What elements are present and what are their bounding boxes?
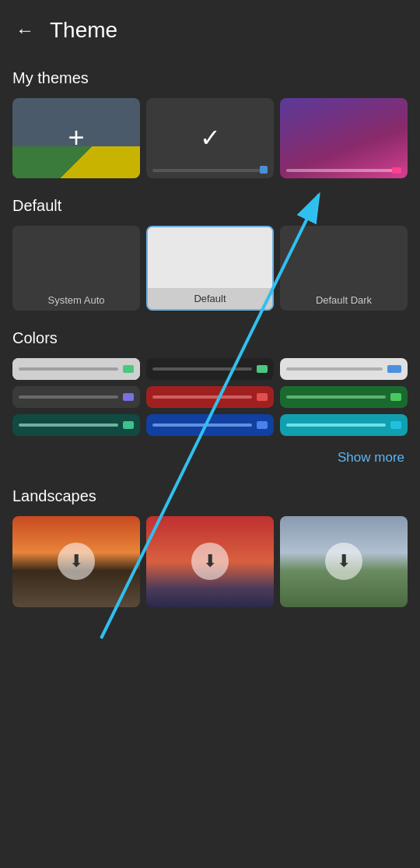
color-card-6[interactable]: [280, 386, 408, 408]
system-auto-card[interactable]: System Auto: [12, 226, 140, 311]
download-icon-2: ⬇: [203, 551, 217, 571]
default-label: Default: [148, 288, 272, 309]
check-bar: [152, 169, 268, 172]
add-icon: +: [68, 121, 84, 154]
back-button[interactable]: ←: [16, 19, 34, 41]
landscape-card-2[interactable]: ⬇: [146, 516, 274, 607]
default-dark-label: Default Dark: [280, 290, 408, 311]
check-dot: [260, 166, 268, 174]
my-themes-label: My themes: [0, 60, 420, 95]
show-more-button[interactable]: Show more: [338, 450, 404, 466]
gradient-theme-card[interactable]: [280, 98, 408, 178]
header: ← Theme: [0, 0, 420, 60]
download-button-1[interactable]: ⬇: [58, 543, 95, 580]
download-icon-3: ⬇: [337, 551, 351, 571]
check-icon: ✓: [200, 123, 221, 153]
download-button-3[interactable]: ⬇: [325, 543, 362, 580]
default-themes-label: Default: [0, 188, 420, 223]
current-theme-card[interactable]: ✓: [146, 98, 274, 178]
color-card-4[interactable]: [12, 386, 140, 408]
add-theme-card[interactable]: +: [12, 98, 140, 178]
landscape-card-3[interactable]: ⬇: [280, 516, 408, 607]
my-themes-grid: + ✓: [0, 95, 420, 188]
color-card-1[interactable]: [12, 358, 140, 380]
default-card[interactable]: Default: [146, 226, 274, 311]
show-more-row: Show more: [0, 445, 420, 478]
page-title: Theme: [50, 18, 117, 43]
gradient-bar: [286, 169, 401, 172]
colors-label: Colors: [0, 320, 420, 355]
download-icon-1: ⬇: [69, 551, 83, 571]
color-card-7[interactable]: [12, 414, 140, 436]
colors-grid: [0, 355, 420, 445]
page-wrapper: ← Theme My themes + ✓ Default System Aut…: [0, 0, 420, 868]
color-card-3[interactable]: [280, 358, 408, 380]
gradient-dot: [392, 167, 401, 174]
landscapes-label: Landscapes: [0, 478, 420, 513]
default-themes-grid: System Auto Default Default Dark: [0, 223, 420, 320]
color-card-5[interactable]: [146, 386, 274, 408]
landscape-card-1[interactable]: ⬇: [12, 516, 140, 607]
download-button-2[interactable]: ⬇: [191, 543, 229, 580]
color-card-2[interactable]: [146, 358, 274, 380]
system-auto-label: System Auto: [12, 290, 140, 311]
color-card-8[interactable]: [146, 414, 274, 436]
default-dark-card[interactable]: Default Dark: [280, 226, 408, 311]
color-card-9[interactable]: [280, 414, 408, 436]
landscapes-grid: ⬇ ⬇ ⬇: [0, 513, 420, 617]
